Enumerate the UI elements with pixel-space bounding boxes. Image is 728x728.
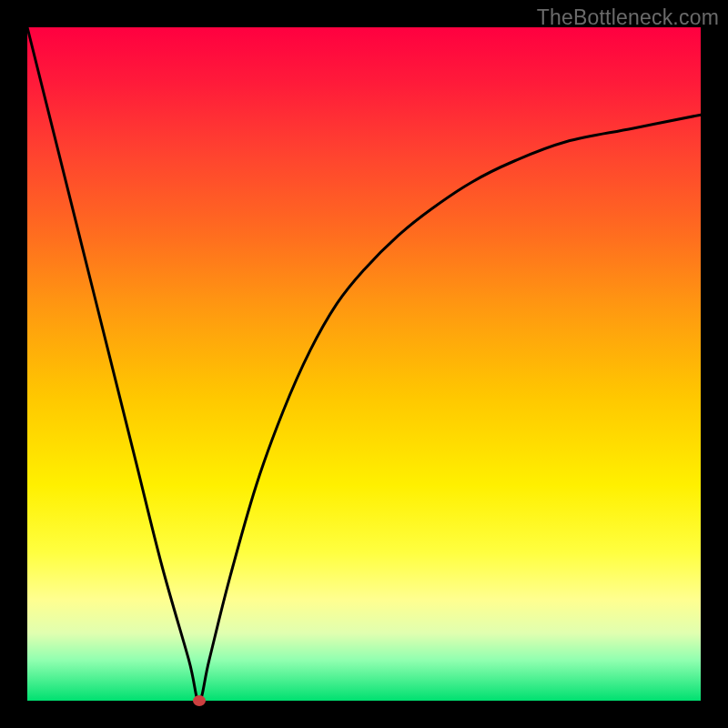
minimum-marker bbox=[193, 695, 206, 706]
bottleneck-curve bbox=[27, 27, 701, 701]
chart-container: TheBottleneck.com bbox=[0, 0, 728, 728]
watermark-label: TheBottleneck.com bbox=[537, 5, 719, 30]
plot-gradient-background bbox=[27, 27, 701, 701]
